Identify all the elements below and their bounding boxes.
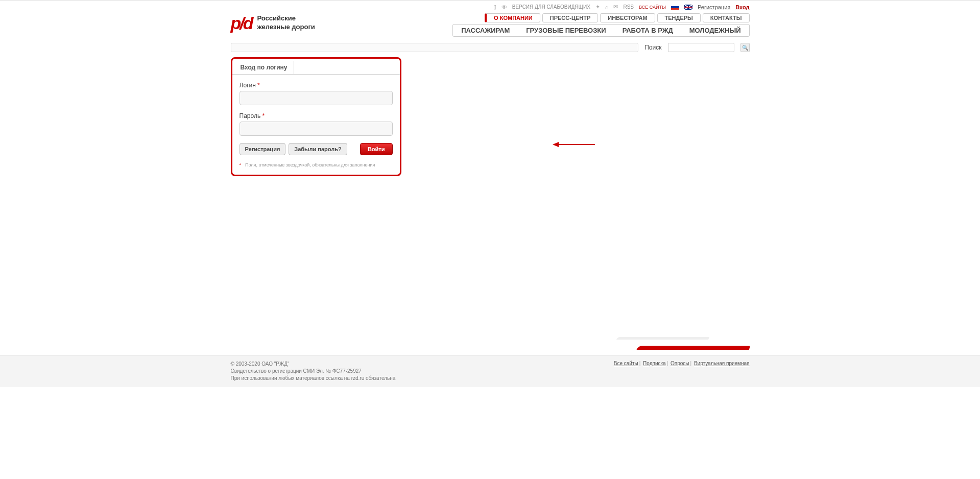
submit-button[interactable]: Войти (360, 143, 393, 155)
logo-mark: p/d (231, 14, 252, 32)
flag-ru-icon[interactable] (671, 5, 679, 10)
nav-tab-investors[interactable]: ИНВЕСТОРАМ (600, 13, 655, 22)
required-note: *Поля, отмеченные звездочкой, обязательн… (240, 162, 393, 167)
footer-link-all-sites[interactable]: Все сайты (614, 361, 638, 366)
home-icon[interactable]: ⌂ (605, 4, 609, 10)
all-sites-link[interactable]: ВСЕ САЙТЫ (639, 5, 666, 10)
nav-main-freight[interactable]: ГРУЗОВЫЕ ПЕРЕВОЗКИ (518, 25, 614, 36)
mail-icon[interactable]: ✉ (613, 4, 618, 10)
nav-main-jobs[interactable]: РАБОТА В РЖД (614, 25, 681, 36)
nav-tab-about[interactable]: О КОМПАНИИ (485, 13, 540, 22)
footer-link-subscribe[interactable]: Подписка (643, 361, 666, 366)
search-button[interactable]: 🔍 (740, 43, 750, 52)
forgot-password-button[interactable]: Забыли пароль? (289, 143, 347, 155)
footer-link-polls[interactable]: Опросы (671, 361, 689, 366)
login-link[interactable]: Вход (735, 4, 749, 10)
logo-text: Российские железные дороги (257, 14, 315, 32)
footer-link-virtual[interactable]: Виртуальная приемная (694, 361, 750, 366)
password-field-label: Пароль * (240, 112, 393, 119)
utility-bar: ▯ 👁 ВЕРСИЯ ДЛЯ СЛАБОВИДЯЩИХ ✦ ⌂ ✉ RSS ВС… (231, 1, 750, 13)
logo[interactable]: p/d Российские железные дороги (231, 13, 315, 32)
login-panel: Вход по логину Логин * Пароль * Регистра… (231, 57, 401, 176)
register-link[interactable]: Регистрация (698, 4, 730, 10)
search-input[interactable] (668, 43, 734, 52)
login-input[interactable] (240, 91, 393, 105)
eye-icon[interactable]: 👁 (501, 4, 507, 10)
nav-tab-contacts[interactable]: КОНТАКТЫ (703, 13, 750, 22)
search-icon: 🔍 (742, 45, 748, 51)
footer-usage: При использовании любых материалов ссылк… (231, 375, 396, 382)
login-tab[interactable]: Вход по логину (234, 61, 294, 75)
footer-copyright: © 2003-2020 ОАО "РЖД" (231, 361, 396, 368)
rss-link[interactable]: RSS (623, 4, 634, 10)
mobile-icon[interactable]: ▯ (493, 4, 496, 10)
nav-main: ПАССАЖИРАМ ГРУЗОВЫЕ ПЕРЕВОЗКИ РАБОТА В Р… (452, 24, 749, 37)
annotation-arrow-icon (552, 139, 597, 150)
register-button[interactable]: Регистрация (240, 143, 286, 155)
svg-marker-1 (553, 142, 559, 147)
accessibility-link[interactable]: ВЕРСИЯ ДЛЯ СЛАБОВИДЯЩИХ (512, 4, 590, 10)
nav-tab-tenders[interactable]: ТЕНДЕРЫ (657, 13, 701, 22)
nav-main-youth[interactable]: МОЛОДЕЖНЫЙ (681, 25, 749, 36)
footer-cert: Свидетельство о регистрации СМИ Эл. № ФС… (231, 368, 396, 375)
footer-decoration (231, 319, 750, 355)
flag-en-icon[interactable] (684, 5, 692, 10)
settings-icon[interactable]: ✦ (595, 4, 600, 10)
nav-tabs: О КОМПАНИИ ПРЕСС-ЦЕНТР ИНВЕСТОРАМ ТЕНДЕР… (452, 13, 749, 22)
search-label: Поиск (644, 44, 661, 51)
footer: © 2003-2020 ОАО "РЖД" Свидетельство о ре… (0, 355, 980, 387)
login-field-label: Логин * (240, 82, 393, 89)
breadcrumb-bar (231, 43, 639, 52)
nav-main-passengers[interactable]: ПАССАЖИРАМ (453, 25, 518, 36)
password-input[interactable] (240, 122, 393, 136)
nav-tab-press[interactable]: ПРЕСС-ЦЕНТР (542, 13, 599, 22)
